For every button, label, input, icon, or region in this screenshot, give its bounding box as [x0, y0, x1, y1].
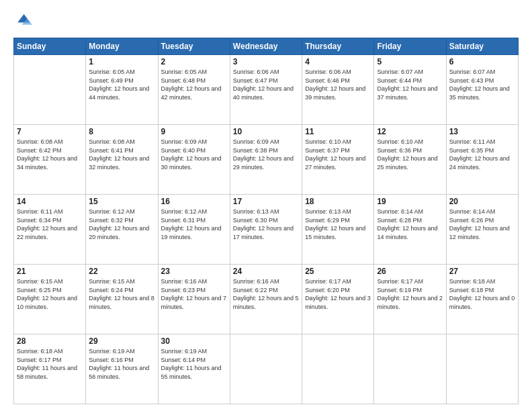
calendar-cell: 29Sunrise: 6:19 AMSunset: 6:16 PMDayligh… — [86, 334, 158, 404]
day-number: 18 — [305, 197, 371, 206]
col-header-saturday: Saturday — [446, 38, 518, 55]
calendar-week-row: 28Sunrise: 6:18 AMSunset: 6:17 PMDayligh… — [14, 334, 519, 404]
calendar-cell: 21Sunrise: 6:15 AMSunset: 6:25 PMDayligh… — [14, 265, 86, 334]
day-info: Sunrise: 6:06 AMSunset: 6:47 PMDaylight:… — [233, 68, 299, 101]
day-number: 26 — [377, 267, 443, 276]
day-number: 15 — [89, 197, 154, 206]
day-info: Sunrise: 6:12 AMSunset: 6:31 PMDaylight:… — [161, 208, 227, 241]
day-number: 13 — [449, 127, 515, 136]
col-header-wednesday: Wednesday — [230, 38, 302, 55]
col-header-tuesday: Tuesday — [158, 38, 230, 55]
day-number: 5 — [377, 57, 443, 66]
calendar-cell: 28Sunrise: 6:18 AMSunset: 6:17 PMDayligh… — [14, 334, 86, 404]
day-number: 30 — [161, 336, 227, 346]
day-info: Sunrise: 6:09 AMSunset: 6:38 PMDaylight:… — [233, 138, 299, 171]
col-header-thursday: Thursday — [302, 38, 374, 55]
col-header-sunday: Sunday — [14, 38, 86, 55]
calendar-cell: 2Sunrise: 6:05 AMSunset: 6:48 PMDaylight… — [158, 55, 230, 125]
day-number: 9 — [161, 127, 227, 136]
calendar-cell: 5Sunrise: 6:07 AMSunset: 6:44 PMDaylight… — [374, 55, 446, 125]
calendar-cell: 9Sunrise: 6:09 AMSunset: 6:40 PMDaylight… — [158, 125, 230, 195]
calendar-cell: 14Sunrise: 6:11 AMSunset: 6:34 PMDayligh… — [14, 195, 86, 265]
calendar-cell: 12Sunrise: 6:10 AMSunset: 6:36 PMDayligh… — [374, 125, 446, 195]
col-header-friday: Friday — [374, 38, 446, 55]
calendar-cell: 23Sunrise: 6:16 AMSunset: 6:23 PMDayligh… — [158, 265, 230, 334]
calendar-week-row: 14Sunrise: 6:11 AMSunset: 6:34 PMDayligh… — [14, 195, 519, 265]
calendar-cell: 13Sunrise: 6:11 AMSunset: 6:35 PMDayligh… — [446, 125, 518, 195]
calendar-cell: 4Sunrise: 6:06 AMSunset: 6:46 PMDaylight… — [302, 55, 374, 125]
calendar-cell: 30Sunrise: 6:19 AMSunset: 6:14 PMDayligh… — [158, 334, 230, 404]
calendar-cell: 17Sunrise: 6:13 AMSunset: 6:30 PMDayligh… — [230, 195, 302, 265]
day-number: 4 — [305, 57, 371, 66]
day-info: Sunrise: 6:19 AMSunset: 6:14 PMDaylight:… — [161, 347, 227, 381]
calendar-cell: 8Sunrise: 6:08 AMSunset: 6:41 PMDaylight… — [86, 125, 158, 195]
calendar-week-row: 1Sunrise: 6:05 AMSunset: 6:49 PMDaylight… — [14, 55, 519, 125]
calendar-week-row: 21Sunrise: 6:15 AMSunset: 6:25 PMDayligh… — [14, 265, 519, 334]
day-info: Sunrise: 6:09 AMSunset: 6:40 PMDaylight:… — [161, 138, 227, 171]
col-header-monday: Monday — [86, 38, 158, 55]
day-info: Sunrise: 6:18 AMSunset: 6:17 PMDaylight:… — [17, 347, 83, 381]
day-number: 1 — [89, 57, 154, 66]
day-number: 10 — [233, 127, 299, 136]
day-info: Sunrise: 6:16 AMSunset: 6:22 PMDaylight:… — [233, 277, 299, 311]
day-number: 29 — [89, 336, 154, 346]
day-number: 7 — [17, 127, 83, 136]
day-info: Sunrise: 6:12 AMSunset: 6:32 PMDaylight:… — [89, 208, 154, 241]
day-info: Sunrise: 6:17 AMSunset: 6:20 PMDaylight:… — [305, 277, 371, 311]
day-info: Sunrise: 6:07 AMSunset: 6:43 PMDaylight:… — [449, 68, 515, 101]
day-info: Sunrise: 6:17 AMSunset: 6:19 PMDaylight:… — [377, 277, 443, 311]
day-info: Sunrise: 6:07 AMSunset: 6:44 PMDaylight:… — [377, 68, 443, 101]
day-info: Sunrise: 6:08 AMSunset: 6:42 PMDaylight:… — [17, 138, 83, 171]
calendar-cell: 16Sunrise: 6:12 AMSunset: 6:31 PMDayligh… — [158, 195, 230, 265]
day-info: Sunrise: 6:10 AMSunset: 6:37 PMDaylight:… — [305, 138, 371, 171]
calendar-cell: 18Sunrise: 6:13 AMSunset: 6:29 PMDayligh… — [302, 195, 374, 265]
day-number: 14 — [17, 197, 83, 206]
day-number: 23 — [161, 267, 227, 276]
calendar-cell — [446, 334, 518, 404]
day-number: 24 — [233, 267, 299, 276]
day-info: Sunrise: 6:05 AMSunset: 6:49 PMDaylight:… — [89, 68, 154, 101]
day-info: Sunrise: 6:14 AMSunset: 6:26 PMDaylight:… — [449, 208, 515, 241]
day-info: Sunrise: 6:19 AMSunset: 6:16 PMDaylight:… — [89, 347, 154, 381]
calendar-week-row: 7Sunrise: 6:08 AMSunset: 6:42 PMDaylight… — [14, 125, 519, 195]
calendar-cell: 7Sunrise: 6:08 AMSunset: 6:42 PMDaylight… — [14, 125, 86, 195]
day-number: 6 — [449, 57, 515, 66]
calendar-cell: 3Sunrise: 6:06 AMSunset: 6:47 PMDaylight… — [230, 55, 302, 125]
logo — [13, 12, 35, 31]
calendar-header-row: SundayMondayTuesdayWednesdayThursdayFrid… — [14, 38, 519, 55]
day-number: 28 — [17, 336, 83, 346]
day-info: Sunrise: 6:16 AMSunset: 6:23 PMDaylight:… — [161, 277, 227, 311]
calendar-cell — [374, 334, 446, 404]
calendar-cell: 26Sunrise: 6:17 AMSunset: 6:19 PMDayligh… — [374, 265, 446, 334]
day-number: 27 — [449, 267, 515, 276]
calendar-cell — [230, 334, 302, 404]
day-number: 3 — [233, 57, 299, 66]
day-info: Sunrise: 6:11 AMSunset: 6:35 PMDaylight:… — [449, 138, 515, 171]
calendar-cell — [302, 334, 374, 404]
page: SundayMondayTuesdayWednesdayThursdayFrid… — [0, 0, 532, 411]
calendar-cell: 20Sunrise: 6:14 AMSunset: 6:26 PMDayligh… — [446, 195, 518, 265]
calendar-cell: 27Sunrise: 6:18 AMSunset: 6:18 PMDayligh… — [446, 265, 518, 334]
calendar-table: SundayMondayTuesdayWednesdayThursdayFrid… — [13, 38, 519, 404]
day-number: 20 — [449, 197, 515, 206]
calendar-cell: 25Sunrise: 6:17 AMSunset: 6:20 PMDayligh… — [302, 265, 374, 334]
header — [13, 12, 519, 31]
calendar-cell: 22Sunrise: 6:15 AMSunset: 6:24 PMDayligh… — [86, 265, 158, 334]
day-info: Sunrise: 6:11 AMSunset: 6:34 PMDaylight:… — [17, 208, 83, 241]
calendar-cell: 10Sunrise: 6:09 AMSunset: 6:38 PMDayligh… — [230, 125, 302, 195]
calendar-cell: 24Sunrise: 6:16 AMSunset: 6:22 PMDayligh… — [230, 265, 302, 334]
day-number: 11 — [305, 127, 371, 136]
calendar-cell: 1Sunrise: 6:05 AMSunset: 6:49 PMDaylight… — [86, 55, 158, 125]
day-info: Sunrise: 6:08 AMSunset: 6:41 PMDaylight:… — [89, 138, 154, 171]
day-info: Sunrise: 6:10 AMSunset: 6:36 PMDaylight:… — [377, 138, 443, 171]
day-number: 22 — [89, 267, 154, 276]
day-info: Sunrise: 6:13 AMSunset: 6:29 PMDaylight:… — [305, 208, 371, 241]
day-info: Sunrise: 6:06 AMSunset: 6:46 PMDaylight:… — [305, 68, 371, 101]
day-number: 16 — [161, 197, 227, 206]
day-number: 12 — [377, 127, 443, 136]
day-number: 2 — [161, 57, 227, 66]
calendar-cell: 11Sunrise: 6:10 AMSunset: 6:37 PMDayligh… — [302, 125, 374, 195]
calendar-cell: 6Sunrise: 6:07 AMSunset: 6:43 PMDaylight… — [446, 55, 518, 125]
day-info: Sunrise: 6:05 AMSunset: 6:48 PMDaylight:… — [161, 68, 227, 101]
day-info: Sunrise: 6:14 AMSunset: 6:28 PMDaylight:… — [377, 208, 443, 241]
